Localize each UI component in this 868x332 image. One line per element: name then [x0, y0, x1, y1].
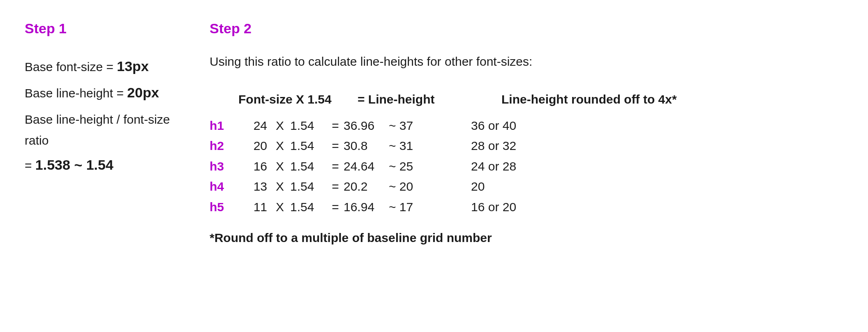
- row-approx: ~ 20: [389, 176, 434, 197]
- row-approx: ~ 37: [389, 115, 434, 136]
- row-approx: ~ 25: [389, 156, 434, 177]
- row-equals: =: [327, 136, 344, 156]
- table-row: h413X1.54=20.2~ 2020: [210, 176, 843, 197]
- ratio-value: 1.538 ~ 1.54: [35, 157, 113, 173]
- header-rounded: Line-height rounded off to 4x*: [501, 89, 690, 110]
- row-multiply-symbol: X: [270, 115, 290, 136]
- base-font-value: 13px: [117, 58, 149, 74]
- base-font-line: Base font-size = 13px: [25, 55, 197, 78]
- page: Step 1 Base font-size = 13px Base line-h…: [0, 0, 868, 332]
- row-tag: h3: [210, 156, 238, 177]
- table-row: h124X1.54=36.96~ 3736 or 40: [210, 115, 843, 136]
- row-multiply-symbol: X: [270, 156, 290, 177]
- base-font-label: Base font-size =: [25, 60, 117, 74]
- footnote: *Round off to a multiple of baseline gri…: [210, 231, 843, 245]
- table-header-row: Font-size X 1.54 = Line-height Line-heig…: [210, 89, 843, 110]
- row-equals: =: [327, 115, 344, 136]
- ratio-prefix: =: [25, 159, 35, 172]
- row-equals: =: [327, 197, 344, 217]
- row-tag: h1: [210, 115, 238, 136]
- step2-description: Using this ratio to calculate line-heigh…: [210, 55, 843, 69]
- row-multiply-symbol: X: [270, 197, 290, 217]
- step1-title: Step 1: [25, 21, 197, 37]
- row-fontsize: 16: [238, 156, 270, 177]
- row-rounded: 36 or 40: [471, 115, 660, 136]
- row-product: 36.96: [344, 115, 389, 136]
- row-multiply-symbol: X: [270, 136, 290, 156]
- row-equals: =: [327, 176, 344, 197]
- row-rounded: 24 or 28: [471, 156, 660, 177]
- base-lineheight-value: 20px: [127, 85, 159, 100]
- row-multiplier: 1.54: [290, 156, 327, 177]
- lineheight-table: Font-size X 1.54 = Line-height Line-heig…: [210, 89, 843, 217]
- table-body: h124X1.54=36.96~ 3736 or 40h220X1.54=30.…: [210, 115, 843, 217]
- row-fontsize: 11: [238, 197, 270, 217]
- header-fontsize: Font-size X 1.54: [238, 89, 358, 110]
- row-fontsize: 13: [238, 176, 270, 197]
- row-approx: ~ 17: [389, 197, 434, 217]
- row-multiplier: 1.54: [290, 197, 327, 217]
- row-rounded: 20: [471, 176, 660, 197]
- row-fontsize: 20: [238, 136, 270, 156]
- table-row: h220X1.54=30.8~ 3128 or 32: [210, 136, 843, 156]
- row-multiplier: 1.54: [290, 136, 327, 156]
- row-approx: ~ 31: [389, 136, 434, 156]
- ratio-value-line: = 1.538 ~ 1.54: [25, 153, 197, 177]
- row-equals: =: [327, 156, 344, 177]
- row-product: 20.2: [344, 176, 389, 197]
- row-multiplier: 1.54: [290, 115, 327, 136]
- table-row: h316X1.54=24.64~ 2524 or 28: [210, 156, 843, 177]
- base-lineheight-line: Base line-height = 20px: [25, 81, 197, 105]
- step1-column: Step 1 Base font-size = 13px Base line-h…: [25, 21, 210, 179]
- row-tag: h5: [210, 197, 238, 217]
- row-product: 16.94: [344, 197, 389, 217]
- row-product: 24.64: [344, 156, 389, 177]
- step2-column: Step 2 Using this ratio to calculate lin…: [210, 21, 843, 245]
- base-lineheight-label: Base line-height =: [25, 86, 127, 100]
- row-rounded: 16 or 20: [471, 197, 660, 217]
- table-row: h511X1.54=16.94~ 1716 or 20: [210, 197, 843, 217]
- row-tag: h2: [210, 136, 238, 156]
- row-multiply-symbol: X: [270, 176, 290, 197]
- row-rounded: 28 or 32: [471, 136, 660, 156]
- row-product: 30.8: [344, 136, 389, 156]
- ratio-label: Base line-height / font-size ratio: [25, 109, 197, 151]
- row-multiplier: 1.54: [290, 176, 327, 197]
- row-fontsize: 24: [238, 115, 270, 136]
- header-lineheight: = Line-height: [358, 89, 464, 110]
- step2-title: Step 2: [210, 21, 843, 37]
- row-tag: h4: [210, 176, 238, 197]
